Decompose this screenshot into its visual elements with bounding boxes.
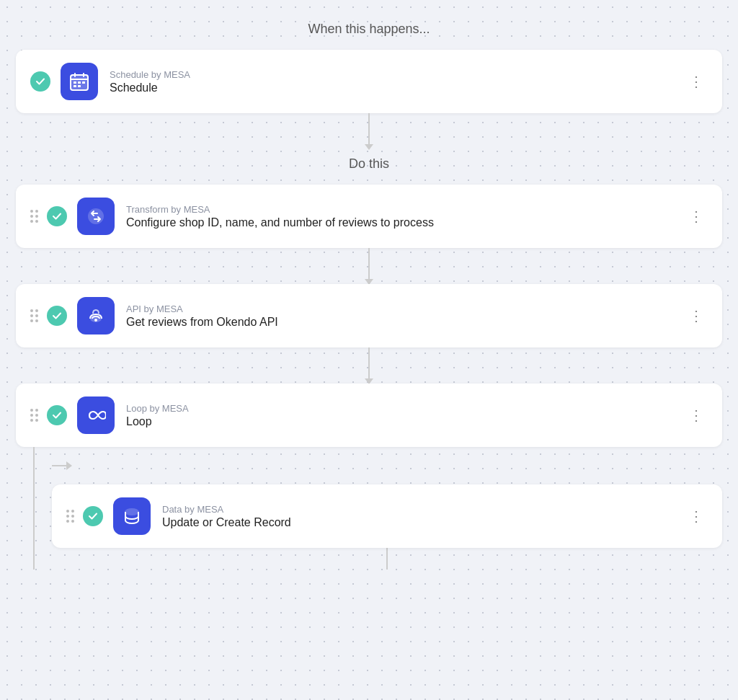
drag-handle-transform[interactable]	[30, 210, 38, 223]
svg-rect-9	[78, 85, 81, 87]
card-title-api: Get reviews from Okendo API	[126, 316, 685, 329]
check-badge-data	[83, 506, 103, 526]
loop-sidebar	[16, 447, 52, 570]
more-menu-schedule[interactable]: ⋮	[685, 70, 708, 93]
loop-arrowhead	[66, 461, 72, 470]
loop-arrow-row	[52, 461, 722, 470]
app-icon-transform	[77, 198, 115, 235]
svg-rect-7	[82, 81, 85, 84]
svg-rect-4	[83, 73, 84, 77]
more-menu-api[interactable]: ⋮	[685, 304, 708, 327]
svg-rect-3	[74, 73, 76, 77]
connector-3	[368, 347, 370, 384]
card-service-transform: Transform by MESA	[126, 204, 685, 215]
drag-handle-data[interactable]	[66, 510, 74, 523]
svg-point-12	[94, 319, 97, 322]
more-menu-transform[interactable]: ⋮	[685, 205, 708, 228]
card-info-transform: Transform by MESA Configure shop ID, nam…	[126, 204, 685, 229]
loop-vertical-line	[33, 447, 35, 570]
action-label: Do this	[349, 156, 389, 172]
svg-rect-6	[78, 81, 81, 84]
drag-handle-loop[interactable]	[30, 409, 38, 422]
card-title-loop: Loop	[126, 415, 685, 428]
card-info-data: Data by MESA Update or Create Record	[162, 504, 685, 529]
more-menu-loop[interactable]: ⋮	[685, 404, 708, 427]
drag-handle-api[interactable]	[30, 309, 38, 322]
card-info-api: API by MESA Get reviews from Okendo API	[126, 304, 685, 329]
card-title-schedule: Schedule	[110, 81, 685, 94]
card-service-api: API by MESA	[126, 304, 685, 314]
card-info-schedule: Schedule by MESA Schedule	[110, 69, 685, 94]
loop-nested: Data by MESA Update or Create Record ⋮	[52, 447, 722, 570]
card-service-data: Data by MESA	[162, 504, 685, 515]
card-service-loop: Loop by MESA	[126, 403, 685, 414]
app-icon-api	[77, 297, 115, 335]
card-data[interactable]: Data by MESA Update or Create Record ⋮	[52, 484, 722, 548]
connector-1	[368, 113, 370, 149]
check-badge-loop	[47, 405, 67, 425]
svg-rect-5	[74, 81, 76, 84]
card-api[interactable]: API by MESA Get reviews from Okendo API …	[16, 284, 722, 347]
check-badge-schedule	[30, 71, 50, 92]
check-badge-transform	[47, 206, 67, 226]
card-title-transform: Configure shop ID, name, and number of r…	[126, 216, 685, 229]
card-transform[interactable]: Transform by MESA Configure shop ID, nam…	[16, 185, 722, 248]
card-schedule[interactable]: Schedule by MESA Schedule ⋮	[16, 50, 722, 113]
svg-point-13	[125, 509, 138, 515]
trigger-label: When this happens...	[308, 22, 430, 37]
card-loop[interactable]: Loop by MESA Loop ⋮	[16, 384, 722, 447]
app-icon-schedule	[61, 63, 98, 100]
loop-arrow-h	[52, 465, 66, 466]
card-service-schedule: Schedule by MESA	[110, 69, 685, 80]
loop-group: Data by MESA Update or Create Record ⋮	[16, 447, 722, 570]
connector-2	[368, 248, 370, 284]
check-badge-api	[47, 306, 67, 326]
more-menu-data[interactable]: ⋮	[685, 505, 708, 528]
app-icon-loop	[77, 396, 115, 434]
app-icon-data	[113, 497, 151, 535]
card-title-data: Update or Create Record	[162, 516, 685, 529]
svg-point-10	[88, 208, 104, 224]
card-info-loop: Loop by MESA Loop	[126, 403, 685, 428]
connector-bottom-stub	[386, 548, 388, 570]
workflow-canvas: When this happens... Schedul	[16, 22, 722, 678]
svg-rect-8	[74, 85, 76, 87]
svg-rect-2	[71, 79, 88, 80]
